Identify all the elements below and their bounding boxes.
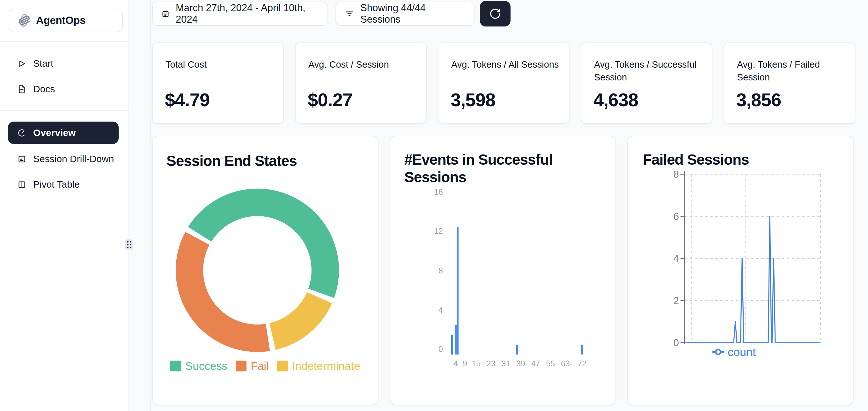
date-range-button[interactable]: March 27th, 2024 - April 10th, 2024 xyxy=(152,2,328,26)
x-tick-label: 72 xyxy=(569,358,595,369)
list-icon xyxy=(18,155,26,164)
docs-icon xyxy=(18,85,26,93)
y-tick-label: 8 xyxy=(674,169,679,180)
filter-lines-icon xyxy=(345,9,354,18)
y-tick-label: 0 xyxy=(674,337,679,349)
sidebar-item-label: Overview xyxy=(33,127,75,138)
legend-item-success[interactable]: Success xyxy=(170,360,227,372)
sidebar-divider xyxy=(0,41,128,42)
agentops-dashboard: AgentOps Start Docs xyxy=(0,0,868,411)
sidebar-item-start[interactable]: Start xyxy=(0,53,128,74)
sidebar-item-label: Start xyxy=(33,58,53,69)
content-left-divider xyxy=(150,0,151,411)
histogram-bar xyxy=(516,345,518,354)
failed-sessions-line-chart: 02468count xyxy=(628,136,854,406)
session-end-states-chart-card: Session End States SuccessFailIndetermin… xyxy=(152,136,378,405)
legend-label: Success xyxy=(185,360,227,372)
play-icon xyxy=(18,59,26,68)
y-tick-label: 4 xyxy=(408,305,443,315)
histogram-bar xyxy=(457,227,459,354)
stat-value: $4.79 xyxy=(165,89,210,110)
legend-item-fail[interactable]: Fail xyxy=(236,360,269,372)
legend-swatch xyxy=(236,360,247,372)
date-range-label: March 27th, 2024 - April 10th, 2024 xyxy=(176,2,318,25)
y-tick-label: 8 xyxy=(408,266,443,275)
stat-card-avg-cost-session: Avg. Cost / Session $0.27 xyxy=(295,42,427,124)
sidebar-resize-handle[interactable] xyxy=(125,239,133,250)
y-tick-label: 6 xyxy=(674,211,679,222)
legend-label: count xyxy=(728,346,756,359)
gauge-icon xyxy=(18,128,26,137)
histogram-bar xyxy=(451,335,453,354)
sessions-filter-label: Showing 44/44 Sessions xyxy=(360,2,465,25)
paperclip-logo-icon xyxy=(17,13,31,27)
stat-value: 4,638 xyxy=(593,89,638,110)
stat-value: $0.27 xyxy=(308,89,352,110)
rotate-cw-icon xyxy=(489,8,501,20)
stat-card-avg-tokens-all: Avg. Tokens / All Sessions 3,598 xyxy=(438,42,569,124)
y-tick-label: 0 xyxy=(408,344,443,354)
donut-segment-indeterminate xyxy=(270,292,332,350)
stat-value: 3,598 xyxy=(451,89,495,110)
line-dot-icon xyxy=(716,350,721,354)
sidebar-item-overview[interactable]: Overview xyxy=(8,122,119,144)
sidebar-item-session-drill-down[interactable]: Session Drill-Down xyxy=(0,148,128,170)
y-tick-label: 12 xyxy=(408,226,443,236)
columns-icon xyxy=(18,180,26,189)
sidebar-item-label: Docs xyxy=(33,84,55,94)
y-tick-label: 2 xyxy=(674,295,679,306)
events-histogram-chart-card: #Events in Successful Sessions 048121649… xyxy=(390,136,616,405)
sidebar-item-docs[interactable]: Docs xyxy=(0,79,128,99)
stat-label: Total Cost xyxy=(165,58,274,71)
legend-item-indeterminate[interactable]: Indeterminate xyxy=(277,360,360,372)
y-tick-label: 4 xyxy=(674,253,679,264)
legend-swatch xyxy=(170,360,181,372)
sidebar-item-pivot-table[interactable]: Pivot Table xyxy=(0,174,128,195)
app-title: AgentOps xyxy=(36,14,86,27)
donut-legend: SuccessFailIndeterminate xyxy=(170,360,360,372)
stat-label: Avg. Cost / Session xyxy=(308,58,417,71)
stat-card-avg-tokens-successful: Avg. Tokens / Successful Session 4,638 xyxy=(581,42,712,124)
donut-segment-fail xyxy=(176,232,270,352)
legend-item-count[interactable]: count xyxy=(712,346,756,359)
y-tick-label: 16 xyxy=(408,187,443,197)
stat-card-avg-tokens-failed: Avg. Tokens / Failed Session 3,856 xyxy=(723,42,855,124)
histogram-bar xyxy=(455,325,457,354)
sidebar-divider xyxy=(0,110,128,111)
stat-label: Avg. Tokens / Failed Session xyxy=(737,58,845,84)
app-logo[interactable]: AgentOps xyxy=(9,9,123,32)
legend-label: Fail xyxy=(251,360,269,372)
refresh-button[interactable] xyxy=(480,1,510,27)
legend-label: Indeterminate xyxy=(292,360,360,372)
calendar-icon xyxy=(162,10,169,18)
histogram-bar xyxy=(581,345,583,354)
stat-card-total-cost: Total Cost $4.79 xyxy=(152,42,284,124)
stat-value: 3,856 xyxy=(736,89,781,110)
legend-swatch xyxy=(277,360,288,372)
sidebar-item-label: Session Drill-Down xyxy=(33,153,114,164)
sidebar: AgentOps Start Docs xyxy=(0,0,129,411)
events-histogram: 0481216491523313947556372 xyxy=(390,136,617,406)
count-line-series xyxy=(685,216,820,343)
stat-label: Avg. Tokens / Successful Session xyxy=(594,58,703,84)
stat-label: Avg. Tokens / All Sessions xyxy=(451,58,560,71)
failed-sessions-chart-card: Failed Sessions 02468count xyxy=(627,136,854,405)
sessions-filter-button[interactable]: Showing 44/44 Sessions xyxy=(336,2,474,26)
sidebar-item-label: Pivot Table xyxy=(33,179,80,190)
donut-segment-success xyxy=(188,188,339,298)
